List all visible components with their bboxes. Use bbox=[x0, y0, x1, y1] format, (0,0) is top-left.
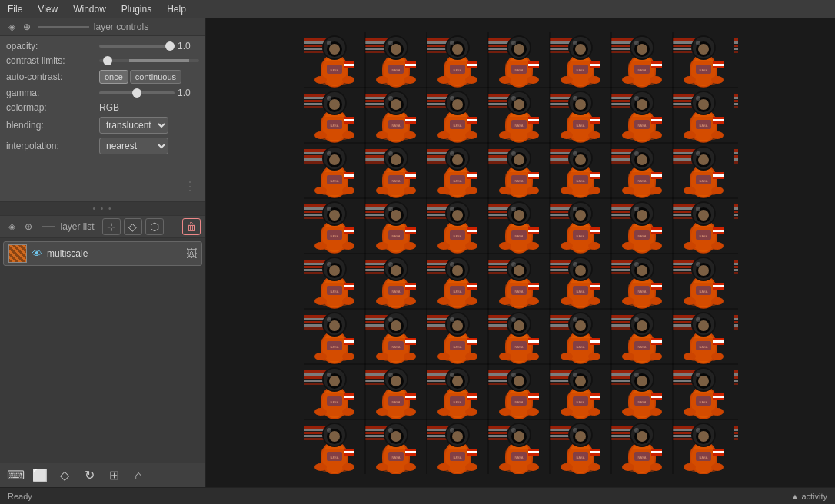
console-icon[interactable]: ⌨ bbox=[6, 466, 25, 485]
blending-select[interactable]: translucent opaque additive bbox=[99, 117, 168, 134]
image-container: NASA bbox=[304, 32, 738, 474]
opacity-row: opacity: 1.0 bbox=[6, 41, 199, 51]
contrast-label: contrast limits: bbox=[6, 55, 95, 66]
auto-contrast-row: auto-contrast: once continuous bbox=[6, 70, 199, 84]
interpolation-row: interpolation: nearest linear cubic bbox=[6, 138, 199, 154]
menu-view[interactable]: View bbox=[33, 2, 62, 16]
interpolation-select[interactable]: nearest linear cubic bbox=[99, 138, 168, 154]
gamma-label: gamma: bbox=[6, 88, 95, 98]
opacity-value: 1.0 bbox=[178, 41, 199, 51]
grid-icon[interactable]: ⊞ bbox=[105, 466, 123, 485]
colormap-label: colormap: bbox=[6, 102, 95, 113]
activity-button[interactable]: ▲ activity bbox=[790, 492, 827, 501]
layer-type-icon: 🖼 bbox=[186, 247, 197, 260]
left-panel: ◈ ⊕ layer controls opacity: 1.0 contrast… bbox=[0, 18, 206, 487]
interpolation-label: interpolation: bbox=[6, 141, 95, 151]
gamma-slider-container: 1.0 bbox=[99, 88, 199, 98]
menu-file[interactable]: File bbox=[3, 2, 27, 16]
status-text: Ready bbox=[8, 492, 32, 501]
opacity-slider[interactable] bbox=[99, 45, 175, 48]
controls-icon-2[interactable]: ⊕ bbox=[20, 20, 34, 34]
add-points-btn[interactable]: ⊹ bbox=[102, 218, 121, 235]
resize-handle[interactable]: ⋮ bbox=[184, 179, 196, 194]
menu-window[interactable]: Window bbox=[68, 2, 111, 16]
layer-list-icon-1[interactable]: ◈ bbox=[5, 220, 18, 234]
controls-icon-1[interactable]: ◈ bbox=[5, 20, 18, 34]
panel-divider[interactable]: • • • bbox=[0, 201, 205, 216]
add-labels-btn[interactable]: ⬡ bbox=[145, 218, 164, 235]
activity-label: activity bbox=[801, 492, 827, 501]
layer-thumbnail bbox=[8, 244, 27, 263]
divider-dots: • • • bbox=[92, 204, 112, 213]
canvas-area[interactable]: NASA bbox=[206, 18, 835, 487]
gamma-slider[interactable] bbox=[99, 91, 175, 94]
menu-plugins[interactable]: Plugins bbox=[117, 2, 156, 16]
roll-icon[interactable]: ↻ bbox=[80, 466, 98, 485]
layer-list-toolbar: ◈ ⊕ layer list ⊹ ◇ ⬡ 🗑 bbox=[0, 216, 205, 238]
layer-controls-title: layer controls bbox=[94, 22, 148, 32]
auto-contrast-label: auto-contrast: bbox=[6, 71, 95, 82]
layer-name: multiscale bbox=[47, 248, 181, 259]
menubar: File View Window Plugins Help bbox=[0, 0, 835, 18]
contrast-slider-container bbox=[99, 59, 199, 62]
main-area: ◈ ⊕ layer controls opacity: 1.0 contrast… bbox=[0, 18, 835, 487]
controls-toolbar: ◈ ⊕ layer controls bbox=[0, 18, 205, 36]
auto-contrast-buttons: once continuous bbox=[99, 70, 181, 84]
astronaut-grid-svg: NASA bbox=[304, 32, 738, 474]
bottom-toolbar: ⌨ ⬜ ◇ ↻ ⊞ ⌂ bbox=[0, 463, 205, 487]
2d-icon[interactable]: ⬜ bbox=[31, 466, 49, 485]
layer-list-icon-2[interactable]: ⊕ bbox=[22, 220, 35, 234]
blending-label: blending: bbox=[6, 120, 95, 131]
3d-icon[interactable]: ◇ bbox=[55, 466, 74, 485]
layer-controls-panel: opacity: 1.0 contrast limits: auto-contr… bbox=[0, 36, 205, 201]
auto-contrast-once[interactable]: once bbox=[99, 70, 128, 84]
layer-items-list: 👁 multiscale 🖼 bbox=[0, 238, 205, 463]
delete-layer-btn[interactable]: 🗑 bbox=[182, 218, 201, 235]
auto-contrast-continuous[interactable]: continuous bbox=[130, 70, 181, 84]
contrast-row: contrast limits: bbox=[6, 55, 199, 66]
status-bar: Ready ▲ activity bbox=[0, 487, 835, 504]
layer-list-title: layer list bbox=[61, 221, 95, 232]
blending-row: blending: translucent opaque additive bbox=[6, 117, 199, 134]
opacity-slider-container: 1.0 bbox=[99, 41, 199, 51]
colormap-value: RGB bbox=[99, 102, 119, 113]
layer-item[interactable]: 👁 multiscale 🖼 bbox=[3, 241, 202, 266]
add-shapes-btn[interactable]: ◇ bbox=[124, 218, 142, 235]
contrast-min-slider[interactable] bbox=[99, 59, 199, 62]
activity-arrow: ▲ bbox=[790, 492, 799, 501]
layer-visibility-toggle[interactable]: 👁 bbox=[32, 247, 42, 260]
colormap-row: colormap: RGB bbox=[6, 102, 199, 113]
gamma-row: gamma: 1.0 bbox=[6, 88, 199, 98]
home-icon[interactable]: ⌂ bbox=[129, 466, 148, 485]
layer-list-section: ◈ ⊕ layer list ⊹ ◇ ⬡ 🗑 👁 multiscale 🖼 bbox=[0, 216, 205, 463]
gamma-value: 1.0 bbox=[178, 88, 199, 98]
menu-help[interactable]: Help bbox=[162, 2, 191, 16]
opacity-label: opacity: bbox=[6, 41, 95, 51]
